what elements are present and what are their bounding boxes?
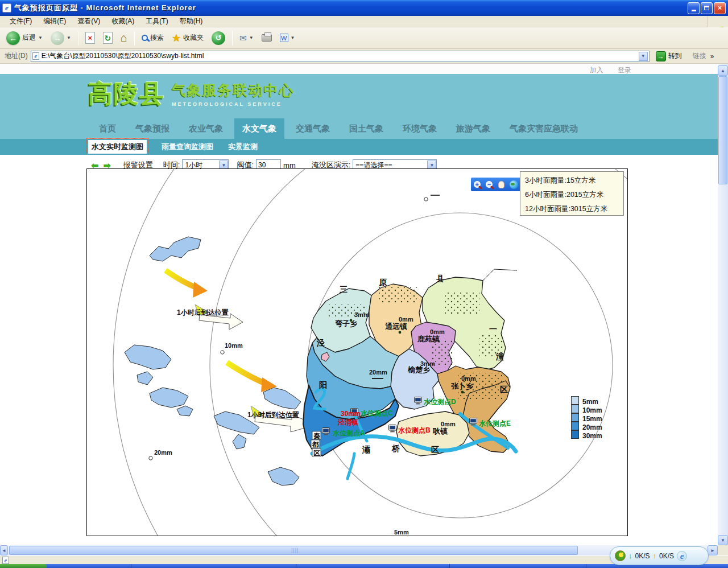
menu-help[interactable]: 帮助(H): [175, 15, 208, 27]
legend-swatch: [571, 430, 579, 439]
favorites-button[interactable]: ★收藏夹: [169, 31, 206, 46]
security-suite-icon[interactable]: [615, 550, 626, 561]
rainfall-legend: 5mm 10mm 15mm 20mm 30mm: [571, 396, 611, 439]
map-pan-hand-icon[interactable]: [498, 181, 504, 188]
nav-land[interactable]: 国土气象: [341, 118, 391, 139]
search-icon: [142, 35, 148, 41]
station-a-label[interactable]: 水位测点A: [332, 429, 365, 437]
refresh-icon: ↻: [103, 32, 113, 44]
nav-agriculture[interactable]: 农业气象: [181, 118, 231, 139]
start-button[interactable]: [0, 564, 47, 568]
subnav-realtime-monitor[interactable]: 水文实时监测图: [88, 140, 147, 154]
account-strip: 加入 登录: [0, 64, 718, 74]
maximize-button[interactable]: [701, 2, 713, 14]
svg-text:区: 区: [500, 385, 508, 394]
network-speed-widget[interactable]: ↓ 0K/S ↑ 0K/S e: [610, 546, 709, 565]
ie-browser-icon[interactable]: e: [677, 551, 687, 561]
address-bar: 地址(D) e E:\气象台\原型20110530\原型20110530\swy…: [0, 49, 728, 64]
nav-disaster-emergency[interactable]: 气象灾害应急联动: [502, 118, 586, 139]
svg-text:都: 都: [312, 441, 319, 448]
login-link[interactable]: 登录: [618, 66, 631, 74]
nav-hydrology[interactable]: 水文气象: [234, 118, 284, 139]
mail-icon: ✉: [239, 33, 247, 43]
forward-dropdown-icon[interactable]: ▼: [67, 35, 71, 40]
station-b-label[interactable]: 水位测点B: [398, 426, 431, 434]
download-speed: 0K/S: [635, 552, 650, 560]
map-toolbar: + −: [471, 178, 521, 191]
site-title: 气象服务联动中心: [172, 81, 295, 100]
site-subtitle: METEOROLOGICAL SERVICE: [172, 101, 295, 107]
main-nav: 首页 气象预报 农业气象 水文气象 交通气象 国土气象 环境气象 旅游气象 气象…: [0, 118, 718, 139]
nav-home[interactable]: 首页: [91, 118, 124, 139]
links-chevron-icon[interactable]: »: [710, 52, 714, 60]
back-dropdown-icon[interactable]: ▼: [38, 35, 43, 40]
station-c-label[interactable]: 水位测点C: [360, 409, 393, 417]
address-input[interactable]: e E:\气象台\原型20110530\原型20110530\swyb-list…: [31, 51, 650, 62]
station-b-icon[interactable]: [389, 425, 396, 433]
scroll-right-button[interactable]: ►: [708, 545, 718, 555]
scroll-down-button[interactable]: ▼: [718, 535, 728, 545]
edit-button[interactable]: W▼: [277, 32, 298, 43]
stop-button[interactable]: ×: [82, 31, 98, 45]
scroll-left-button[interactable]: ◄: [0, 545, 8, 555]
print-icon: [262, 34, 272, 42]
close-button[interactable]: ×: [714, 2, 726, 14]
map-globe-icon[interactable]: [510, 180, 518, 189]
links-label[interactable]: 链接: [693, 51, 706, 61]
history-button[interactable]: ↺: [209, 30, 228, 46]
svg-text:秦: 秦: [313, 432, 321, 440]
hydrology-map[interactable]: 1小时后到达位置 1小时后到达位置 10mm 20mm: [86, 168, 628, 536]
nav-tourism[interactable]: 旅游气象: [448, 118, 498, 139]
join-link[interactable]: 加入: [590, 66, 603, 74]
menu-bar: 文件(F) 编辑(E) 查看(V) 收藏(A) 工具(T) 帮助(H): [0, 16, 728, 27]
download-arrow-icon: ↓: [628, 551, 632, 560]
svg-text:灞: 灞: [362, 445, 370, 454]
vertical-scrollbar[interactable]: ▲ ▼: [718, 64, 728, 545]
menu-tools[interactable]: 工具(T): [140, 15, 173, 27]
print-button[interactable]: [259, 33, 275, 43]
nav-environment[interactable]: 环境气象: [395, 118, 445, 139]
title-bar[interactable]: e 气象预报页面原型 - Microsoft Internet Explorer…: [0, 0, 728, 16]
menu-view[interactable]: 查看(V): [72, 15, 105, 27]
station-d-label[interactable]: 水位测点D: [423, 398, 456, 406]
nav-weather-forecast[interactable]: 气象预报: [127, 118, 177, 139]
svg-text:区: 区: [431, 445, 439, 454]
mail-dropdown-icon[interactable]: ▼: [249, 35, 254, 40]
address-dropdown-button[interactable]: ▼: [639, 52, 648, 61]
station-e-label[interactable]: 水位测点E: [478, 419, 511, 427]
go-button[interactable]: → 转到: [652, 51, 685, 62]
scroll-up-button[interactable]: ▲: [718, 65, 728, 76]
refresh-button[interactable]: ↻: [100, 31, 115, 45]
forward-button[interactable]: →▼: [48, 30, 74, 46]
map-zoom-in-icon[interactable]: +: [474, 181, 481, 188]
rain-point-20mm: 20mm: [154, 449, 172, 456]
svg-text:耿镇: 耿镇: [432, 427, 448, 435]
legend-swatch: [571, 413, 579, 422]
minimize-button[interactable]: [688, 2, 700, 14]
rainfall-12h: 12小时面雨量:3015立方米: [525, 202, 623, 216]
page-content: 加入 登录 高陵县 气象服务联动中心 METEOROLOGICAL SERVIC…: [0, 64, 718, 545]
menu-favorites[interactable]: 收藏(A): [106, 15, 139, 27]
back-button[interactable]: ← 后退▼: [3, 30, 46, 46]
svg-text:0mm: 0mm: [399, 316, 413, 323]
address-label: 地址(D): [5, 51, 28, 61]
nav-traffic[interactable]: 交通气象: [288, 118, 338, 139]
subnav-rain-query[interactable]: 雨量查询监测图: [162, 142, 213, 152]
ie-window-icon: e: [2, 3, 11, 13]
search-button[interactable]: 搜索: [139, 32, 167, 44]
mail-button[interactable]: ✉▼: [237, 32, 257, 44]
map-canvas[interactable]: 1小时后到达位置 1小时后到达位置 10mm 20mm: [87, 169, 627, 536]
menu-file[interactable]: 文件(F): [5, 15, 37, 27]
address-url[interactable]: E:\气象台\原型20110530\原型20110530\swyb-list.h…: [42, 51, 636, 61]
horizontal-scroll-thumb[interactable]: ||||: [9, 546, 578, 555]
stop-icon: ×: [85, 32, 95, 44]
edit-icon: W: [280, 34, 288, 42]
toolbar-separator: [232, 31, 233, 46]
home-button[interactable]: ⌂: [118, 30, 130, 46]
vertical-scroll-thumb[interactable]: [718, 76, 727, 184]
site-logo: 高陵县 气象服务联动中心 METEOROLOGICAL SERVICE: [88, 77, 295, 110]
subnav-live-view[interactable]: 实景监测: [228, 142, 258, 152]
map-zoom-out-icon[interactable]: −: [486, 181, 493, 188]
edit-dropdown-icon[interactable]: ▼: [291, 35, 295, 40]
menu-edit[interactable]: 编辑(E): [38, 15, 71, 27]
